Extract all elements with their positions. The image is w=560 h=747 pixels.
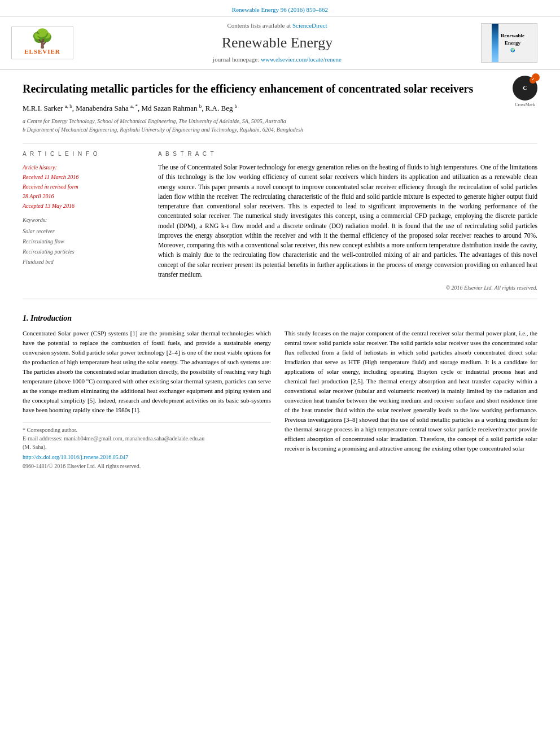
article-info-abstract: A R T I C L E I N F O Article history: R… <box>23 150 537 292</box>
article-info-label: A R T I C L E I N F O <box>23 150 147 158</box>
abstract-col: A B S T R A C T The use of Concentrated … <box>158 150 537 292</box>
header-center: Contents lists available at ScienceDirec… <box>73 21 481 64</box>
footnote-area: * Corresponding author. E-mail addresses… <box>23 422 271 451</box>
email-suffix: (M. Saha). <box>23 443 271 451</box>
keyword-3: Recirculating particles <box>23 247 147 257</box>
keyword-4: Fluidized bed <box>23 257 147 267</box>
article-info-col: A R T I C L E I N F O Article history: R… <box>23 150 147 292</box>
page: Renewable Energy 96 (2016) 850–862 🌳 ELS… <box>0 0 560 747</box>
elsevier-tree-icon: 🌳 <box>14 29 71 47</box>
intro-right: This study focuses on the major componen… <box>285 329 537 470</box>
intro-para-1: Concentrated Solar power (CSP) systems [… <box>23 329 271 415</box>
crossmark-icon: C ✓ <box>513 76 537 101</box>
divider-1 <box>23 143 537 143</box>
corresponding-note: * Corresponding author. <box>23 426 271 434</box>
accepted-date: Accepted 13 May 2016 <box>23 201 147 211</box>
crossmark-label: CrossMark <box>513 102 537 108</box>
history-label: Article history: <box>23 163 147 172</box>
article-history: Article history: Received 11 March 2016 … <box>23 163 147 211</box>
authors-line: M.R.I. Sarker a, b, Manabendra Saha a, *… <box>23 103 537 114</box>
science-direct-info: Contents lists available at ScienceDirec… <box>73 21 481 30</box>
header-right-logo: RenewableEnergy 🌍 <box>481 23 549 63</box>
science-direct-link[interactable]: ScienceDirect <box>292 22 327 29</box>
intro-title: 1. Introduction <box>23 314 72 322</box>
author-rahman: Md Sazan Rahman b <box>142 104 202 112</box>
renewable-energy-logo: RenewableEnergy 🌍 <box>481 23 537 63</box>
journal-title: Renewable Energy <box>73 33 481 53</box>
journal-homepage: journal homepage: www.elsevier.com/locat… <box>73 55 481 64</box>
journal-reference: Renewable Energy 96 (2016) 850–862 <box>0 3 560 16</box>
doi-link[interactable]: http://dx.doi.org/10.1016/j.renene.2016.… <box>23 453 271 461</box>
divider-2 <box>23 299 537 299</box>
keyword-2: Recirculating flow <box>23 237 147 247</box>
crossmark-badge: C ✓ CrossMark <box>513 76 537 108</box>
received-date: Received 11 March 2016 <box>23 172 147 182</box>
elsevier-logo: 🌳 ELSEVIER <box>11 27 73 59</box>
abstract-text: The use of Concentrated Solar Power tech… <box>158 163 537 279</box>
author-saha: Manabendra Saha a, * <box>76 104 138 112</box>
journal-header: Renewable Energy 96 (2016) 850–862 🌳 ELS… <box>0 0 560 70</box>
received-revised-label: Received in revised form <box>23 182 147 191</box>
intro-para-right: This study focuses on the major componen… <box>285 329 537 454</box>
keywords-list: Solar receiver Recirculating flow Recirc… <box>23 226 147 267</box>
affiliations: a Centre for Energy Technology, School o… <box>23 117 537 134</box>
author-beg: R.A. Beg b <box>205 104 238 112</box>
logo-stripe <box>492 23 498 63</box>
elsevier-brand-text: ELSEVIER <box>14 47 71 56</box>
affiliation-b: b Department of Mechanical Engineering, … <box>23 125 537 134</box>
revised-date: 28 April 2016 <box>23 191 147 201</box>
keyword-1: Solar receiver <box>23 226 147 237</box>
issn-bar: 0960-1481/© 2016 Elsevier Ltd. All right… <box>23 462 271 470</box>
paper-title: Recirculating metallic particles for the… <box>23 81 537 96</box>
logo-title: RenewableEnergy <box>501 32 524 46</box>
intro-two-col: Concentrated Solar power (CSP) systems [… <box>23 329 537 470</box>
email-note: E-mail addresses: maniab04me@gmail.com, … <box>23 434 271 443</box>
introduction-section: 1. Introduction Concentrated Solar power… <box>23 313 537 470</box>
copyright: © 2016 Elsevier Ltd. All rights reserved… <box>158 284 537 292</box>
logo-subtitle: 🌍 <box>501 48 524 54</box>
abstract-label: A B S T R A C T <box>158 150 537 158</box>
homepage-link[interactable]: www.elsevier.com/locate/renene <box>261 56 342 63</box>
author-sarker: M.R.I. Sarker a, b <box>23 104 72 112</box>
keywords-label: Keywords: <box>23 216 147 224</box>
main-content: C ✓ CrossMark Recirculating metallic par… <box>0 70 560 482</box>
affiliation-a: a Centre for Energy Technology, School o… <box>23 117 537 125</box>
intro-left: Concentrated Solar power (CSP) systems [… <box>23 329 271 470</box>
